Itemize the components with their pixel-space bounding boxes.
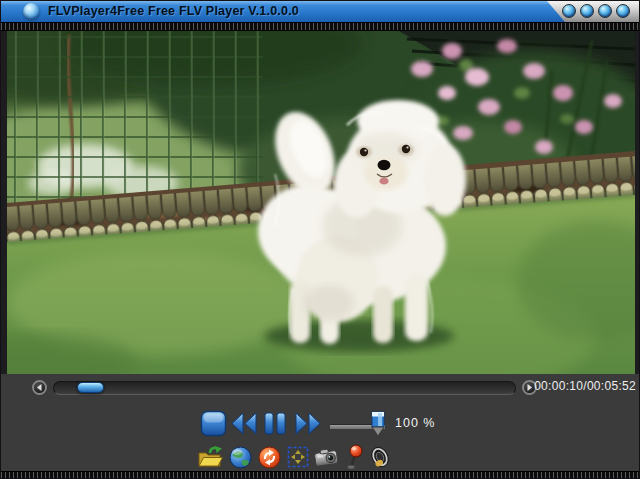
stop-icon[interactable]	[200, 410, 227, 437]
mute-speaker-icon[interactable]	[367, 444, 393, 470]
video-frame	[1, 31, 640, 374]
volume-thumb[interactable]	[371, 411, 385, 437]
titlebar-orb-button-2[interactable]	[580, 4, 594, 18]
volume-percent-label: 100 %	[395, 416, 435, 430]
flv-player-window: FLVPlayer4Free Free FLV Player V.1.0.0.0	[0, 0, 640, 479]
pause-icon[interactable]	[263, 411, 287, 436]
seekbar: 00:00:10/00:05:52	[1, 374, 640, 401]
seek-track[interactable]	[53, 381, 516, 395]
resize-video-icon[interactable]	[285, 444, 311, 470]
open-file-folder-icon[interactable]	[197, 444, 223, 470]
titlebar-orb-button-4[interactable]	[616, 4, 630, 18]
seek-thumb[interactable]	[77, 382, 104, 393]
video-content-dog-in-garden	[7, 31, 635, 374]
time-display: 00:00:10/00:05:52	[516, 379, 636, 393]
titlebar-orb-button-3[interactable]	[598, 4, 612, 18]
always-on-top-pin-icon[interactable]	[345, 444, 363, 470]
fast-forward-icon[interactable]	[293, 411, 322, 436]
player-orb-logo-icon	[23, 3, 40, 20]
video-display[interactable]	[7, 31, 635, 374]
repeat-refresh-icon[interactable]	[256, 444, 282, 470]
ribbed-divider-top	[1, 22, 640, 31]
toolbar	[1, 442, 640, 471]
rewind-icon[interactable]	[230, 411, 259, 436]
titlebar-orb-button-1[interactable]	[562, 4, 576, 18]
window-title: FLVPlayer4Free Free FLV Player V.1.0.0.0	[48, 1, 299, 22]
ribbed-divider-bottom	[1, 471, 640, 479]
transport-controls: 100 %	[1, 405, 640, 443]
seek-back-arrow-icon[interactable]	[32, 380, 47, 395]
titlebar[interactable]: FLVPlayer4Free Free FLV Player V.1.0.0.0	[1, 1, 640, 22]
open-url-globe-icon[interactable]	[227, 444, 253, 470]
snapshot-camera-icon[interactable]	[313, 444, 339, 470]
